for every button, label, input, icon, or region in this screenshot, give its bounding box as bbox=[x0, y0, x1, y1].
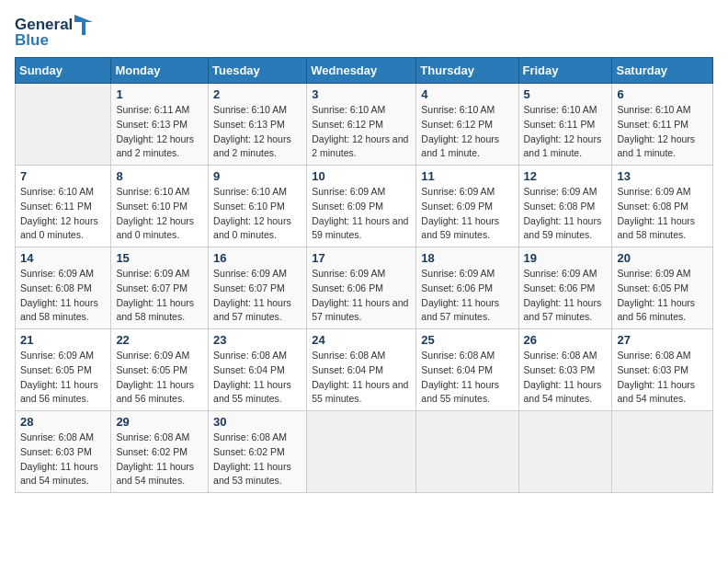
day-number: 5 bbox=[524, 87, 608, 101]
col-header-saturday: Saturday bbox=[612, 58, 713, 84]
day-number: 8 bbox=[116, 169, 203, 183]
day-detail: Sunrise: 6:10 AMSunset: 6:10 PMDaylight:… bbox=[116, 186, 194, 240]
calendar-cell: 28 Sunrise: 6:08 AMSunset: 6:03 PMDaylig… bbox=[16, 411, 111, 493]
logo-arrow-icon bbox=[74, 15, 93, 35]
day-number: 14 bbox=[20, 251, 106, 265]
calendar-cell: 24 Sunrise: 6:08 AMSunset: 6:04 PMDaylig… bbox=[307, 329, 416, 411]
day-number: 29 bbox=[116, 415, 203, 429]
day-detail: Sunrise: 6:10 AMSunset: 6:13 PMDaylight:… bbox=[213, 104, 291, 158]
calendar-cell: 4 Sunrise: 6:10 AMSunset: 6:12 PMDayligh… bbox=[416, 84, 518, 166]
day-number: 25 bbox=[421, 333, 513, 347]
calendar-cell bbox=[518, 411, 612, 493]
day-number: 12 bbox=[524, 169, 608, 183]
day-number: 13 bbox=[617, 169, 708, 183]
calendar-cell: 11 Sunrise: 6:09 AMSunset: 6:09 PMDaylig… bbox=[416, 166, 518, 247]
calendar-week-row: 7 Sunrise: 6:10 AMSunset: 6:11 PMDayligh… bbox=[16, 166, 713, 247]
calendar-cell: 12 Sunrise: 6:09 AMSunset: 6:08 PMDaylig… bbox=[518, 166, 612, 247]
day-number: 30 bbox=[213, 415, 301, 429]
day-number: 28 bbox=[20, 415, 106, 429]
calendar-cell: 21 Sunrise: 6:09 AMSunset: 6:05 PMDaylig… bbox=[16, 329, 111, 411]
calendar-cell: 23 Sunrise: 6:08 AMSunset: 6:04 PMDaylig… bbox=[209, 329, 307, 411]
day-detail: Sunrise: 6:09 AMSunset: 6:07 PMDaylight:… bbox=[116, 268, 194, 322]
calendar-cell bbox=[307, 411, 416, 493]
calendar-cell: 17 Sunrise: 6:09 AMSunset: 6:06 PMDaylig… bbox=[307, 247, 416, 329]
col-header-tuesday: Tuesday bbox=[209, 58, 307, 84]
day-number: 17 bbox=[312, 251, 411, 265]
calendar-cell: 22 Sunrise: 6:09 AMSunset: 6:05 PMDaylig… bbox=[111, 329, 209, 411]
calendar-cell: 13 Sunrise: 6:09 AMSunset: 6:08 PMDaylig… bbox=[612, 166, 713, 247]
calendar-cell: 19 Sunrise: 6:09 AMSunset: 6:06 PMDaylig… bbox=[518, 247, 612, 329]
col-header-monday: Monday bbox=[111, 58, 209, 84]
calendar-table: SundayMondayTuesdayWednesdayThursdayFrid… bbox=[15, 57, 713, 493]
day-detail: Sunrise: 6:09 AMSunset: 6:07 PMDaylight:… bbox=[213, 268, 291, 322]
day-number: 9 bbox=[213, 169, 301, 183]
day-detail: Sunrise: 6:09 AMSunset: 6:09 PMDaylight:… bbox=[421, 186, 499, 240]
day-detail: Sunrise: 6:10 AMSunset: 6:12 PMDaylight:… bbox=[421, 104, 499, 158]
day-detail: Sunrise: 6:09 AMSunset: 6:05 PMDaylight:… bbox=[116, 350, 194, 404]
calendar-cell: 30 Sunrise: 6:08 AMSunset: 6:02 PMDaylig… bbox=[209, 411, 307, 493]
day-detail: Sunrise: 6:08 AMSunset: 6:03 PMDaylight:… bbox=[617, 350, 695, 404]
calendar-cell bbox=[16, 84, 111, 166]
day-detail: Sunrise: 6:09 AMSunset: 6:08 PMDaylight:… bbox=[20, 268, 98, 322]
day-number: 2 bbox=[213, 87, 301, 101]
day-number: 6 bbox=[617, 87, 708, 101]
day-detail: Sunrise: 6:10 AMSunset: 6:10 PMDaylight:… bbox=[213, 186, 291, 240]
calendar-header-row: SundayMondayTuesdayWednesdayThursdayFrid… bbox=[16, 58, 713, 84]
day-number: 26 bbox=[524, 333, 608, 347]
day-number: 20 bbox=[617, 251, 708, 265]
calendar-week-row: 21 Sunrise: 6:09 AMSunset: 6:05 PMDaylig… bbox=[16, 329, 713, 411]
day-detail: Sunrise: 6:09 AMSunset: 6:06 PMDaylight:… bbox=[421, 268, 499, 322]
day-number: 24 bbox=[312, 333, 411, 347]
day-number: 18 bbox=[421, 251, 513, 265]
day-detail: Sunrise: 6:09 AMSunset: 6:09 PMDaylight:… bbox=[312, 186, 408, 240]
logo-container: General Blue bbox=[15, 15, 93, 50]
calendar-cell: 7 Sunrise: 6:10 AMSunset: 6:11 PMDayligh… bbox=[16, 166, 111, 247]
calendar-cell: 2 Sunrise: 6:10 AMSunset: 6:13 PMDayligh… bbox=[209, 84, 307, 166]
calendar-cell: 27 Sunrise: 6:08 AMSunset: 6:03 PMDaylig… bbox=[612, 329, 713, 411]
calendar-cell: 15 Sunrise: 6:09 AMSunset: 6:07 PMDaylig… bbox=[111, 247, 209, 329]
day-number: 15 bbox=[116, 251, 203, 265]
day-detail: Sunrise: 6:10 AMSunset: 6:11 PMDaylight:… bbox=[617, 104, 695, 158]
calendar-cell: 16 Sunrise: 6:09 AMSunset: 6:07 PMDaylig… bbox=[209, 247, 307, 329]
calendar-cell bbox=[612, 411, 713, 493]
calendar-cell: 1 Sunrise: 6:11 AMSunset: 6:13 PMDayligh… bbox=[111, 84, 209, 166]
day-number: 22 bbox=[116, 333, 203, 347]
calendar-cell: 14 Sunrise: 6:09 AMSunset: 6:08 PMDaylig… bbox=[16, 247, 111, 329]
calendar-cell: 29 Sunrise: 6:08 AMSunset: 6:02 PMDaylig… bbox=[111, 411, 209, 493]
day-number: 27 bbox=[617, 333, 708, 347]
day-number: 23 bbox=[213, 333, 301, 347]
day-number: 10 bbox=[312, 169, 411, 183]
day-number: 4 bbox=[421, 87, 513, 101]
day-number: 7 bbox=[20, 169, 106, 183]
day-number: 21 bbox=[20, 333, 106, 347]
col-header-sunday: Sunday bbox=[16, 58, 111, 84]
calendar-cell bbox=[416, 411, 518, 493]
logo-blue-text: Blue bbox=[15, 31, 49, 50]
calendar-cell: 25 Sunrise: 6:08 AMSunset: 6:04 PMDaylig… bbox=[416, 329, 518, 411]
day-detail: Sunrise: 6:11 AMSunset: 6:13 PMDaylight:… bbox=[116, 104, 194, 158]
col-header-wednesday: Wednesday bbox=[307, 58, 416, 84]
day-number: 3 bbox=[312, 87, 411, 101]
day-detail: Sunrise: 6:10 AMSunset: 6:11 PMDaylight:… bbox=[524, 104, 602, 158]
svg-marker-0 bbox=[74, 15, 93, 35]
col-header-friday: Friday bbox=[518, 58, 612, 84]
day-detail: Sunrise: 6:08 AMSunset: 6:04 PMDaylight:… bbox=[421, 350, 499, 404]
col-header-thursday: Thursday bbox=[416, 58, 518, 84]
day-detail: Sunrise: 6:09 AMSunset: 6:05 PMDaylight:… bbox=[20, 350, 98, 404]
day-detail: Sunrise: 6:09 AMSunset: 6:06 PMDaylight:… bbox=[524, 268, 602, 322]
header: General Blue bbox=[15, 15, 713, 50]
day-detail: Sunrise: 6:08 AMSunset: 6:04 PMDaylight:… bbox=[312, 350, 408, 404]
calendar-cell: 5 Sunrise: 6:10 AMSunset: 6:11 PMDayligh… bbox=[518, 84, 612, 166]
day-detail: Sunrise: 6:08 AMSunset: 6:04 PMDaylight:… bbox=[213, 350, 291, 404]
calendar-cell: 3 Sunrise: 6:10 AMSunset: 6:12 PMDayligh… bbox=[307, 84, 416, 166]
calendar-cell: 9 Sunrise: 6:10 AMSunset: 6:10 PMDayligh… bbox=[209, 166, 307, 247]
day-number: 19 bbox=[524, 251, 608, 265]
day-detail: Sunrise: 6:10 AMSunset: 6:11 PMDaylight:… bbox=[20, 186, 98, 240]
day-detail: Sunrise: 6:09 AMSunset: 6:06 PMDaylight:… bbox=[312, 268, 408, 322]
day-detail: Sunrise: 6:08 AMSunset: 6:03 PMDaylight:… bbox=[524, 350, 602, 404]
day-number: 11 bbox=[421, 169, 513, 183]
calendar-cell: 18 Sunrise: 6:09 AMSunset: 6:06 PMDaylig… bbox=[416, 247, 518, 329]
day-number: 1 bbox=[116, 87, 203, 101]
day-number: 16 bbox=[213, 251, 301, 265]
day-detail: Sunrise: 6:10 AMSunset: 6:12 PMDaylight:… bbox=[312, 104, 408, 158]
